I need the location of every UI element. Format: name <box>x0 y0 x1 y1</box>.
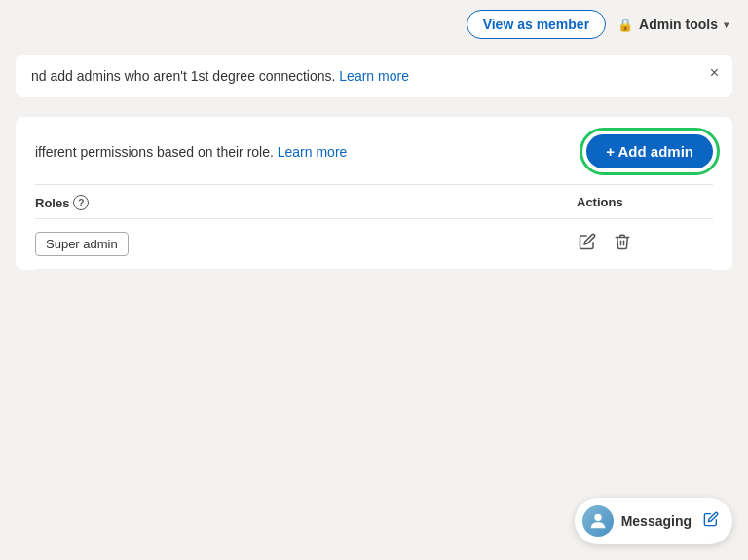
admin-tools-button[interactable]: 🔒 Admin tools ▾ <box>617 17 729 32</box>
lock-icon: 🔒 <box>617 18 633 32</box>
notice-text: nd add admins who aren't 1st degree conn… <box>31 68 335 84</box>
notice-banner: nd add admins who aren't 1st degree conn… <box>16 55 732 97</box>
roles-help-icon[interactable]: ? <box>73 195 89 210</box>
trash-icon <box>614 233 631 250</box>
avatar <box>582 505 614 537</box>
view-as-member-button[interactable]: View as member <box>467 10 606 39</box>
top-bar: View as member 🔒 Admin tools ▾ <box>0 0 748 49</box>
add-admin-button[interactable]: + Add admin <box>586 134 713 168</box>
delete-button[interactable] <box>612 231 633 257</box>
compose-icon[interactable] <box>703 511 719 531</box>
admin-table: Roles ? Actions Super admin <box>35 184 713 270</box>
messaging-label: Messaging <box>621 513 692 529</box>
admin-tools-label: Admin tools <box>639 17 718 32</box>
table-header: Roles ? Actions <box>35 185 713 219</box>
avatar-image <box>587 510 609 532</box>
notice-learn-more-link[interactable]: Learn more <box>339 68 409 84</box>
chevron-down-icon: ▾ <box>724 19 729 30</box>
svg-point-0 <box>594 514 601 521</box>
pencil-icon <box>579 233 596 250</box>
description-row: ifferent permissions based on their role… <box>35 134 713 168</box>
actions-column-header: Actions <box>577 195 713 210</box>
edit-button[interactable] <box>577 231 598 257</box>
admin-learn-more-link[interactable]: Learn more <box>278 144 348 160</box>
super-admin-badge: Super admin <box>35 232 129 256</box>
admin-card: ifferent permissions based on their role… <box>16 117 732 270</box>
role-cell: Super admin <box>35 232 577 256</box>
table-row: Super admin <box>35 219 713 270</box>
spacer <box>0 103 748 117</box>
close-button[interactable]: × <box>710 64 719 82</box>
description-text: ifferent permissions based on their role… <box>35 144 347 160</box>
action-icons <box>577 231 713 257</box>
messaging-widget[interactable]: Messaging <box>575 498 732 544</box>
roles-column-header: Roles ? <box>35 195 577 210</box>
